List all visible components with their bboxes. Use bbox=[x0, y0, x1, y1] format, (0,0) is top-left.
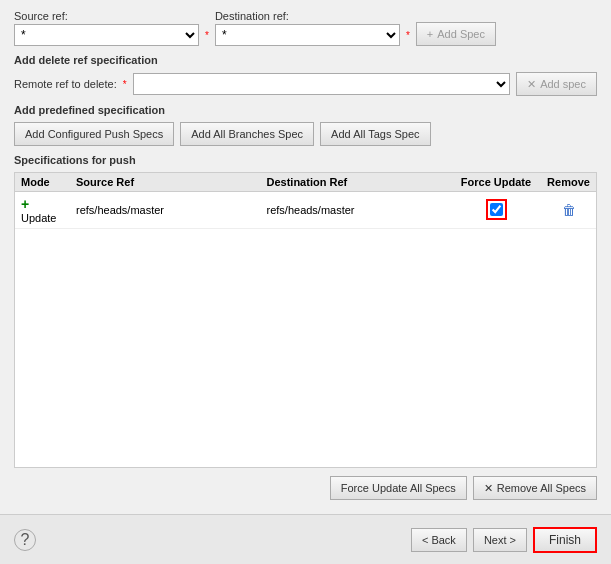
table-row: + Update refs/heads/master refs/heads/ma… bbox=[15, 192, 596, 229]
dest-ref-field: Destination ref: * * bbox=[215, 10, 410, 46]
col-remove: Remove bbox=[541, 173, 596, 192]
add-configured-push-button[interactable]: Add Configured Push Specs bbox=[14, 122, 174, 146]
force-update-cell bbox=[451, 192, 541, 229]
remove-row-icon[interactable]: 🗑 bbox=[562, 202, 576, 218]
help-button[interactable]: ? bbox=[14, 529, 36, 551]
finish-button[interactable]: Finish bbox=[533, 527, 597, 553]
add-all-branches-label: Add All Branches Spec bbox=[191, 128, 303, 140]
col-source-ref: Source Ref bbox=[70, 173, 261, 192]
source-req-marker: * bbox=[205, 30, 209, 41]
add-delete-spec-button[interactable]: ✕ Add spec bbox=[516, 72, 597, 96]
remove-cell: 🗑 bbox=[541, 192, 596, 229]
finish-label: Finish bbox=[549, 533, 581, 547]
remove-all-icon: ✕ bbox=[484, 482, 493, 495]
predefined-buttons-row: Add Configured Push Specs Add All Branch… bbox=[14, 122, 597, 146]
source-ref-field: Source ref: * * bbox=[14, 10, 209, 46]
remote-ref-select[interactable] bbox=[133, 73, 510, 95]
remove-all-label: Remove All Specs bbox=[497, 482, 586, 494]
dest-ref-select[interactable]: * bbox=[215, 24, 400, 46]
force-update-all-label: Force Update All Specs bbox=[341, 482, 456, 494]
dest-ref-label: Destination ref: bbox=[215, 10, 410, 22]
remote-ref-label: Remote ref to delete: bbox=[14, 78, 117, 90]
predefined-section: Add predefined specification Add Configu… bbox=[14, 104, 597, 146]
dest-req-marker: * bbox=[406, 30, 410, 41]
source-ref-label: Source ref: bbox=[14, 10, 209, 22]
col-mode: Mode bbox=[15, 173, 70, 192]
force-update-all-button[interactable]: Force Update All Specs bbox=[330, 476, 467, 500]
source-ref-cell: refs/heads/master bbox=[70, 192, 261, 229]
back-label: < Back bbox=[422, 534, 456, 546]
delete-ref-row: Remote ref to delete: * ✕ Add spec bbox=[14, 72, 597, 96]
specs-for-push-section: Specifications for push Mode Source Ref … bbox=[14, 154, 597, 504]
specs-section-label: Specifications for push bbox=[14, 154, 597, 166]
force-update-checkbox[interactable] bbox=[490, 203, 503, 216]
next-button[interactable]: Next > bbox=[473, 528, 527, 552]
add-configured-push-label: Add Configured Push Specs bbox=[25, 128, 163, 140]
add-all-branches-button[interactable]: Add All Branches Spec bbox=[180, 122, 314, 146]
specs-table-container: Mode Source Ref Destination Ref Force Up… bbox=[14, 172, 597, 468]
add-all-tags-button[interactable]: Add All Tags Spec bbox=[320, 122, 430, 146]
add-delete-icon: ✕ bbox=[527, 78, 536, 91]
delete-ref-section: Add delete ref specification Remote ref … bbox=[14, 54, 597, 96]
add-all-tags-label: Add All Tags Spec bbox=[331, 128, 419, 140]
delete-req-marker: * bbox=[123, 79, 127, 90]
mode-cell: + Update bbox=[15, 192, 70, 229]
source-ref-select[interactable]: * bbox=[14, 24, 199, 46]
add-spec-button[interactable]: + Add Spec bbox=[416, 22, 496, 46]
mode-text: Update bbox=[21, 212, 56, 224]
add-spec-icon: + bbox=[427, 28, 433, 40]
dialog-footer: ? < Back Next > Finish bbox=[0, 514, 611, 564]
push-refspec-dialog: Source ref: * * Destination ref: * * bbox=[0, 0, 611, 564]
mode-add-icon: + bbox=[21, 196, 29, 212]
delete-ref-section-label: Add delete ref specification bbox=[14, 54, 597, 66]
col-dest-ref: Destination Ref bbox=[261, 173, 452, 192]
specs-bottom-row: Force Update All Specs ✕ Remove All Spec… bbox=[14, 472, 597, 504]
predefined-section-label: Add predefined specification bbox=[14, 104, 597, 116]
source-dest-row: Source ref: * * Destination ref: * * bbox=[14, 10, 597, 46]
col-force-update: Force Update bbox=[451, 173, 541, 192]
help-icon: ? bbox=[21, 531, 30, 549]
specs-table-header: Mode Source Ref Destination Ref Force Up… bbox=[15, 173, 596, 192]
specs-table: Mode Source Ref Destination Ref Force Up… bbox=[15, 173, 596, 229]
next-label: Next > bbox=[484, 534, 516, 546]
back-button[interactable]: < Back bbox=[411, 528, 467, 552]
dest-ref-cell: refs/heads/master bbox=[261, 192, 452, 229]
remove-all-button[interactable]: ✕ Remove All Specs bbox=[473, 476, 597, 500]
dialog-content: Source ref: * * Destination ref: * * bbox=[0, 0, 611, 514]
